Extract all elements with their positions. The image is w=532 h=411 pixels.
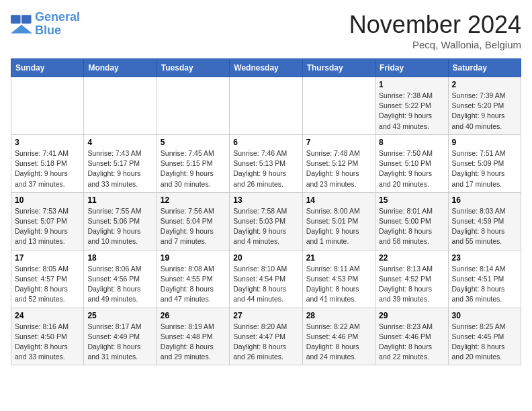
calendar-cell: 26Sunrise: 8:19 AM Sunset: 4:48 PM Dayli… [157, 308, 229, 365]
day-info: Sunrise: 7:41 AM Sunset: 5:18 PM Dayligh… [15, 148, 80, 189]
day-number: 16 [452, 195, 517, 205]
calendar-cell: 28Sunrise: 8:22 AM Sunset: 4:46 PM Dayli… [302, 308, 375, 365]
calendar-header-row: SundayMondayTuesdayWednesdayThursdayFrid… [11, 59, 521, 77]
day-number: 23 [452, 253, 517, 263]
calendar-cell [230, 77, 302, 135]
day-info: Sunrise: 8:11 AM Sunset: 4:53 PM Dayligh… [306, 264, 371, 305]
weekday-header-friday: Friday [375, 59, 448, 77]
calendar-week-5: 24Sunrise: 8:16 AM Sunset: 4:50 PM Dayli… [11, 308, 521, 365]
day-info: Sunrise: 8:17 AM Sunset: 4:49 PM Dayligh… [87, 322, 152, 363]
calendar-week-2: 3Sunrise: 7:41 AM Sunset: 5:18 PM Daylig… [11, 134, 521, 192]
day-number: 1 [379, 80, 444, 89]
day-info: Sunrise: 8:22 AM Sunset: 4:46 PM Dayligh… [306, 322, 371, 363]
day-number: 7 [306, 138, 371, 147]
day-number: 24 [15, 311, 80, 320]
calendar-cell: 9Sunrise: 7:51 AM Sunset: 5:09 PM Daylig… [448, 134, 521, 192]
calendar-cell: 17Sunrise: 8:05 AM Sunset: 4:57 PM Dayli… [11, 250, 84, 308]
calendar-cell: 7Sunrise: 7:48 AM Sunset: 5:12 PM Daylig… [302, 134, 375, 192]
calendar-cell [157, 77, 229, 135]
day-number: 3 [15, 138, 80, 147]
calendar-cell: 16Sunrise: 8:03 AM Sunset: 4:59 PM Dayli… [448, 192, 521, 250]
day-number: 19 [161, 253, 226, 263]
day-info: Sunrise: 7:48 AM Sunset: 5:12 PM Dayligh… [306, 148, 371, 189]
calendar-cell: 3Sunrise: 7:41 AM Sunset: 5:18 PM Daylig… [11, 134, 84, 192]
calendar-cell: 6Sunrise: 7:46 AM Sunset: 5:13 PM Daylig… [230, 134, 302, 192]
day-info: Sunrise: 8:13 AM Sunset: 4:52 PM Dayligh… [379, 264, 444, 305]
calendar-week-3: 10Sunrise: 7:53 AM Sunset: 5:07 PM Dayli… [11, 192, 521, 250]
day-number: 14 [306, 195, 371, 205]
day-info: Sunrise: 7:58 AM Sunset: 5:03 PM Dayligh… [233, 206, 298, 247]
day-number: 29 [379, 311, 444, 320]
calendar-cell: 10Sunrise: 7:53 AM Sunset: 5:07 PM Dayli… [11, 192, 84, 250]
day-info: Sunrise: 7:56 AM Sunset: 5:04 PM Dayligh… [161, 206, 226, 247]
day-number: 20 [233, 253, 298, 263]
day-info: Sunrise: 7:39 AM Sunset: 5:20 PM Dayligh… [452, 91, 517, 132]
day-info: Sunrise: 7:53 AM Sunset: 5:07 PM Dayligh… [15, 206, 80, 247]
calendar-cell: 4Sunrise: 7:43 AM Sunset: 5:17 PM Daylig… [84, 134, 157, 192]
weekday-header-thursday: Thursday [302, 59, 375, 77]
weekday-header-sunday: Sunday [11, 59, 84, 77]
calendar-cell: 15Sunrise: 8:01 AM Sunset: 5:00 PM Dayli… [375, 192, 448, 250]
title-block: November 2024 Pecq, Wallonia, Belgium [349, 11, 521, 50]
calendar-week-4: 17Sunrise: 8:05 AM Sunset: 4:57 PM Dayli… [11, 250, 521, 308]
day-number: 6 [233, 138, 298, 147]
day-info: Sunrise: 7:43 AM Sunset: 5:17 PM Dayligh… [87, 148, 152, 189]
calendar-cell: 11Sunrise: 7:55 AM Sunset: 5:06 PM Dayli… [84, 192, 157, 250]
location-subtitle: Pecq, Wallonia, Belgium [349, 39, 521, 50]
calendar-cell [84, 77, 157, 135]
day-number: 2 [452, 80, 517, 89]
day-info: Sunrise: 7:38 AM Sunset: 5:22 PM Dayligh… [379, 91, 444, 132]
day-info: Sunrise: 8:19 AM Sunset: 4:48 PM Dayligh… [161, 322, 226, 363]
calendar-cell [302, 77, 375, 135]
day-info: Sunrise: 7:46 AM Sunset: 5:13 PM Dayligh… [233, 148, 298, 189]
calendar-cell: 2Sunrise: 7:39 AM Sunset: 5:20 PM Daylig… [448, 77, 521, 135]
weekday-header-tuesday: Tuesday [157, 59, 229, 77]
calendar-cell: 1Sunrise: 7:38 AM Sunset: 5:22 PM Daylig… [375, 77, 448, 135]
day-info: Sunrise: 8:25 AM Sunset: 4:45 PM Dayligh… [452, 322, 517, 363]
day-number: 17 [15, 253, 80, 263]
day-info: Sunrise: 8:05 AM Sunset: 4:57 PM Dayligh… [15, 264, 80, 305]
weekday-header-wednesday: Wednesday [230, 59, 302, 77]
calendar-cell: 30Sunrise: 8:25 AM Sunset: 4:45 PM Dayli… [448, 308, 521, 365]
logo-text: General Blue [35, 11, 80, 38]
day-number: 22 [379, 253, 444, 263]
weekday-header-saturday: Saturday [448, 59, 521, 77]
svg-rect-0 [11, 15, 21, 24]
day-info: Sunrise: 8:10 AM Sunset: 4:54 PM Dayligh… [233, 264, 298, 305]
day-number: 10 [15, 195, 80, 205]
weekday-header-monday: Monday [84, 59, 157, 77]
calendar-cell: 12Sunrise: 7:56 AM Sunset: 5:04 PM Dayli… [157, 192, 229, 250]
calendar-cell: 24Sunrise: 8:16 AM Sunset: 4:50 PM Dayli… [11, 308, 84, 365]
day-info: Sunrise: 8:08 AM Sunset: 4:55 PM Dayligh… [161, 264, 226, 305]
day-info: Sunrise: 8:00 AM Sunset: 5:01 PM Dayligh… [306, 206, 371, 247]
day-info: Sunrise: 8:23 AM Sunset: 4:46 PM Dayligh… [379, 322, 444, 363]
day-number: 28 [306, 311, 371, 320]
day-number: 25 [87, 311, 152, 320]
day-number: 5 [161, 138, 226, 147]
calendar-cell: 13Sunrise: 7:58 AM Sunset: 5:03 PM Dayli… [230, 192, 302, 250]
day-number: 12 [161, 195, 226, 205]
calendar-cell: 22Sunrise: 8:13 AM Sunset: 4:52 PM Dayli… [375, 250, 448, 308]
day-number: 11 [87, 195, 152, 205]
day-info: Sunrise: 7:50 AM Sunset: 5:10 PM Dayligh… [379, 148, 444, 189]
svg-marker-2 [11, 25, 32, 34]
day-info: Sunrise: 7:51 AM Sunset: 5:09 PM Dayligh… [452, 148, 517, 189]
calendar-cell: 8Sunrise: 7:50 AM Sunset: 5:10 PM Daylig… [375, 134, 448, 192]
day-number: 26 [161, 311, 226, 320]
day-info: Sunrise: 8:06 AM Sunset: 4:56 PM Dayligh… [87, 264, 152, 305]
page-header: General Blue November 2024 Pecq, Walloni… [11, 11, 521, 50]
day-info: Sunrise: 8:01 AM Sunset: 5:00 PM Dayligh… [379, 206, 444, 247]
calendar-cell: 27Sunrise: 8:20 AM Sunset: 4:47 PM Dayli… [230, 308, 302, 365]
calendar-cell: 25Sunrise: 8:17 AM Sunset: 4:49 PM Dayli… [84, 308, 157, 365]
day-info: Sunrise: 8:03 AM Sunset: 4:59 PM Dayligh… [452, 206, 517, 247]
day-number: 8 [379, 138, 444, 147]
day-number: 30 [452, 311, 517, 320]
day-number: 15 [379, 195, 444, 205]
calendar-cell [11, 77, 84, 135]
calendar-cell: 19Sunrise: 8:08 AM Sunset: 4:55 PM Dayli… [157, 250, 229, 308]
day-info: Sunrise: 8:14 AM Sunset: 4:51 PM Dayligh… [452, 264, 517, 305]
month-title: November 2024 [349, 11, 521, 39]
calendar-cell: 14Sunrise: 8:00 AM Sunset: 5:01 PM Dayli… [302, 192, 375, 250]
day-number: 18 [87, 253, 152, 263]
svg-rect-1 [21, 15, 32, 24]
